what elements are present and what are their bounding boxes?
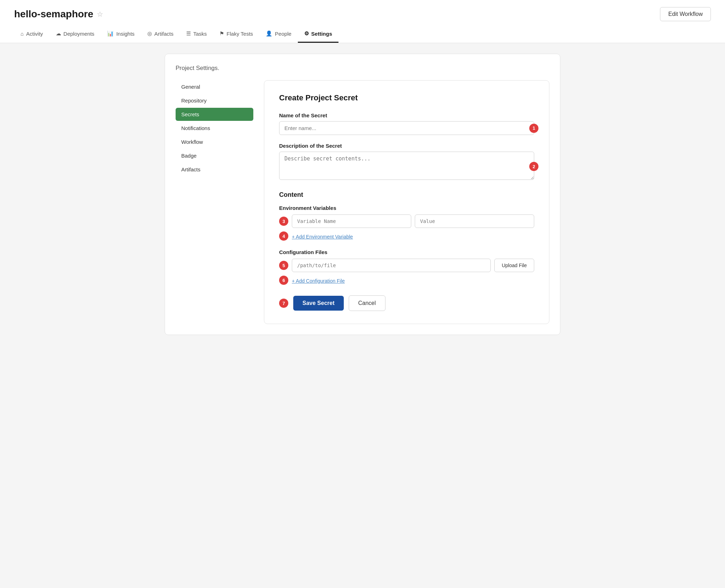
config-path-input[interactable] [292, 259, 491, 272]
tab-insights-label: Insights [116, 31, 135, 37]
tab-artifacts-label: Artifacts [154, 31, 173, 37]
env-vars-subsection: Environment Variables 3 4 + Add Environm… [279, 205, 534, 241]
sidebar-item-repository[interactable]: Repository [176, 94, 253, 107]
deployments-icon: ☁ [56, 30, 61, 37]
description-textarea-wrapper: 2 [279, 152, 534, 181]
upload-file-button[interactable]: Upload File [494, 259, 534, 272]
insights-icon: 📊 [107, 30, 114, 37]
tab-tasks[interactable]: ☰ Tasks [180, 25, 213, 43]
save-badge: 7 [279, 299, 288, 308]
project-title: hello-semaphore ☆ [14, 8, 103, 20]
secret-description-input[interactable] [279, 152, 534, 180]
config-files-title: Configuration Files [279, 249, 534, 255]
form-title: Create Project Secret [279, 93, 534, 102]
add-config-badge: 6 [279, 276, 288, 285]
save-secret-button[interactable]: Save Secret [293, 296, 344, 311]
content-title: Content [279, 191, 534, 199]
config-badge: 5 [279, 261, 288, 270]
settings-icon: ⚙ [304, 30, 309, 37]
description-badge: 2 [529, 162, 538, 171]
cancel-button[interactable]: Cancel [349, 295, 385, 311]
tasks-icon: ☰ [186, 30, 191, 37]
description-label: Description of the Secret [279, 143, 534, 149]
header-title-row: hello-semaphore ☆ Edit Workflow [14, 0, 711, 25]
name-badge: 1 [529, 124, 538, 133]
tab-flaky-tests-label: Flaky Tests [226, 31, 253, 37]
create-secret-form: Create Project Secret Name of the Secret… [264, 80, 549, 324]
tab-people-label: People [275, 31, 291, 37]
settings-card: Project Settings. General Repository Sec… [165, 54, 560, 335]
tab-insights[interactable]: 📊 Insights [101, 25, 141, 43]
config-files-subsection: Configuration Files 5 Upload File 6 + Ad… [279, 249, 534, 285]
add-env-badge: 4 [279, 231, 288, 241]
page-content: Project Settings. General Repository Sec… [151, 43, 574, 346]
tab-deployments[interactable]: ☁ Deployments [49, 25, 101, 43]
env-badge: 3 [279, 217, 288, 226]
main-nav: ⌂ Activity ☁ Deployments 📊 Insights ◎ Ar… [14, 25, 711, 43]
project-name: hello-semaphore [14, 8, 93, 20]
edit-workflow-button[interactable]: Edit Workflow [660, 7, 711, 21]
activity-icon: ⌂ [20, 31, 24, 37]
nav-tabs-list: ⌂ Activity ☁ Deployments 📊 Insights ◎ Ar… [14, 25, 711, 43]
secret-name-input[interactable] [279, 121, 534, 135]
flaky-tests-icon: ⚑ [219, 30, 224, 37]
add-env-row: 4 + Add Environment Variable [279, 231, 534, 241]
tab-artifacts[interactable]: ◎ Artifacts [141, 25, 180, 43]
add-env-variable-button[interactable]: + Add Environment Variable [292, 234, 353, 240]
sidebar-item-general[interactable]: General [176, 80, 253, 93]
tab-settings-label: Settings [311, 31, 332, 37]
env-var-row: 3 [279, 214, 534, 228]
env-vars-title: Environment Variables [279, 205, 534, 211]
tab-settings[interactable]: ⚙ Settings [298, 25, 338, 43]
sidebar-item-artifacts[interactable]: Artifacts [176, 163, 253, 176]
add-config-row: 6 + Add Configuration File [279, 276, 534, 285]
variable-value-input[interactable] [415, 214, 534, 228]
content-section: Content Environment Variables 3 4 + Add … [279, 191, 534, 311]
sidebar-item-secrets[interactable]: Secrets [176, 108, 253, 121]
sidebar-item-notifications[interactable]: Notifications [176, 122, 253, 135]
name-input-wrapper: 1 [279, 121, 534, 135]
form-action-row: 7 Save Secret Cancel [279, 295, 534, 311]
description-section: Description of the Secret 2 [279, 143, 534, 181]
tab-activity[interactable]: ⌂ Activity [14, 25, 49, 43]
config-file-row: 5 Upload File [279, 259, 534, 272]
add-config-file-button[interactable]: + Add Configuration File [292, 278, 345, 284]
tab-people[interactable]: 👤 People [259, 25, 298, 43]
settings-layout: General Repository Secrets Notifications… [176, 80, 549, 324]
settings-sidebar: General Repository Secrets Notifications… [176, 80, 253, 324]
tab-activity-label: Activity [26, 31, 43, 37]
variable-name-input[interactable] [292, 214, 411, 228]
tab-tasks-label: Tasks [193, 31, 207, 37]
tab-deployments-label: Deployments [64, 31, 95, 37]
top-header: hello-semaphore ☆ Edit Workflow ⌂ Activi… [0, 0, 725, 43]
star-icon[interactable]: ☆ [97, 10, 103, 18]
artifacts-icon: ◎ [147, 30, 152, 37]
settings-page-title: Project Settings. [176, 65, 549, 72]
sidebar-item-badge[interactable]: Badge [176, 149, 253, 162]
name-section: Name of the Secret 1 [279, 112, 534, 135]
sidebar-item-workflow[interactable]: Workflow [176, 135, 253, 148]
people-icon: 👤 [266, 30, 272, 37]
name-label: Name of the Secret [279, 112, 534, 118]
tab-flaky-tests[interactable]: ⚑ Flaky Tests [213, 25, 259, 43]
